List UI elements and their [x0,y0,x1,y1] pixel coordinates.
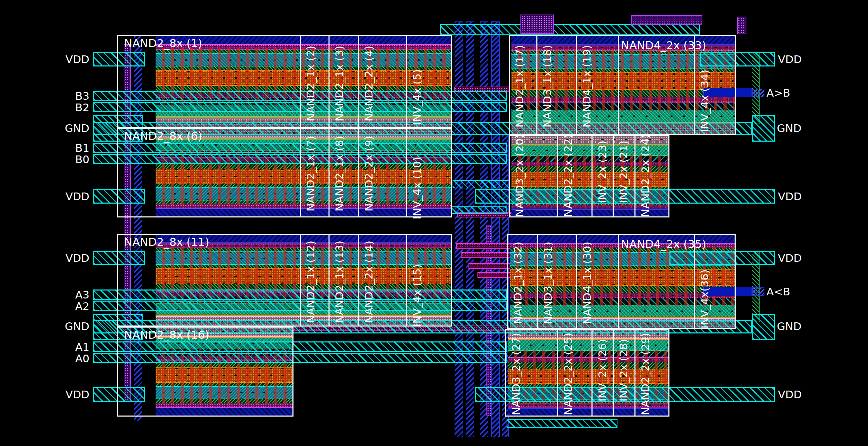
layer-band-orange [156,268,452,284]
column-separator [406,35,407,128]
pin-label-agtb: A>B [766,86,790,99]
pin-label-a2: A2 [10,300,89,313]
cell-label-rotated: NAND3_2x (20) [513,134,526,217]
cell-label-br-1: NAND4_2x (35) [621,238,706,251]
cell-label-bl-2: NAND2_8x (16) [124,328,209,341]
column-separator [358,128,359,217]
pin-label-vdd: VDD [10,251,89,265]
pin-label-altb: A<B [766,285,790,298]
altb-stub-rail[interactable] [752,287,764,296]
ch-cyan-1-wire[interactable] [453,180,510,188]
pin-label-vdd: VDD [778,53,802,66]
cell-label-rotated: NAND2_1x (13) [333,241,345,323]
pin-label-vdd: VDD [778,388,802,401]
column-separator [300,128,301,217]
vdd-mid2-left-rail[interactable] [93,251,145,265]
column-separator [358,35,359,128]
cell-label-rotated: NAND4_1x (30) [581,242,593,324]
gnd2-pad-right-rail[interactable] [752,314,775,340]
layer-band-orange [156,169,452,184]
cell-label-rotated: NAND3_1x (31) [542,242,554,324]
gnd-pad-right-rail[interactable] [752,115,775,142]
cell-label-rotated: NAND2_1x (8) [333,136,345,212]
column-separator [406,234,407,327]
cell-label-rotated: NAND2_2x (9) [362,136,375,212]
layer-band-blue [156,408,293,417]
layer-band-teal [156,386,293,399]
pin-label-vdd: VDD [10,190,89,203]
agtb-stub-rail[interactable] [752,89,764,97]
pin-label-vdd: VDD [10,388,89,401]
layer-band-green [156,399,293,403]
channel-vbar-1-wire[interactable] [455,21,463,437]
cell-label-rotated: NAND2_1x (32) [511,242,524,324]
top-right-purple-stub-wire[interactable] [737,17,746,34]
pin-label-gnd: GND [10,122,89,135]
cell-label-rotated: INV_4x (34) [698,70,711,132]
column-separator [358,234,359,327]
column-separator [300,234,301,327]
layer-band-green [156,50,452,53]
column-separator [613,329,614,417]
cell-label-rotated: INV_4x (10) [411,157,423,220]
vdd-top-right-rail[interactable] [700,52,775,66]
pin-label-b0: B0 [10,153,89,166]
cell-label-rotated: NAND2_2x (4) [362,46,375,122]
cell-label-rotated: NAND3_1x (18) [541,45,553,127]
pin-label-a0: A0 [10,352,89,365]
pin-label-b2: B2 [10,101,89,114]
column-separator [576,234,577,329]
channel-vbar-2-wire[interactable] [466,21,474,437]
vdd-mid1-left-rail[interactable] [93,189,145,204]
column-separator [328,35,330,128]
top-cyan-hbar-wire[interactable] [440,24,700,35]
column-separator [613,135,614,217]
layer-band-teal [156,251,452,265]
top-col18-purple-wire[interactable] [520,15,554,34]
vdd-bot-left-rail[interactable] [93,387,145,402]
column-separator [300,35,301,128]
column-separator [634,329,635,417]
column-separator [557,329,558,417]
column-separator [618,35,619,135]
column-separator [618,234,619,329]
layer-band-green [156,265,452,268]
layer-band-pink [156,403,293,408]
cell-label-rotated: INV_2x (23) [596,141,608,203]
layer-band-pink [156,204,452,208]
vdd-mid2-right-rail[interactable] [669,251,775,265]
column-separator [328,128,330,217]
cell-label-rotated: INV_2x (28) [617,339,630,402]
cell-label-rotated: NAND4_1x (19) [580,45,593,127]
cell-label-rotated: NAND2_1x (12) [304,241,317,323]
layout-viewport[interactable]: NAND2_8x (1)NAND2_1x (2)NAND2_1x (3)NAND… [0,0,868,446]
cell-label-rotated: NAND2_2x (14) [362,241,375,323]
cell-label-rotated: NAND2_2x (29) [639,333,651,415]
layer-band-orange [156,70,452,86]
layer-band-orange [156,367,293,383]
column-separator [557,135,558,217]
agtb-bar-rail[interactable] [703,88,752,97]
altb-bar-rail[interactable] [703,287,752,296]
pin-label-vdd: VDD [778,251,802,265]
cell-label-rotated: NAND2_1x (17) [513,45,526,127]
channel-vbar-4-wire[interactable] [491,21,500,437]
layer-band-teal [156,187,452,200]
layer-band-blue [156,208,452,217]
cell-label-bl-1: NAND2_8x (11) [124,235,209,249]
cell-label-rotated: NAND3_2x (27) [510,333,522,415]
a1-rail[interactable] [93,341,507,352]
cell-label-rotated: INV_4x (15) [411,264,423,327]
cell-label-rotated: INV_2x (26) [596,339,608,402]
top-purple-hbar-wire[interactable] [631,15,702,25]
cell-label-rotated: INV_4x (5) [411,69,423,125]
layer-band-green [156,383,293,386]
cell-label-rotated: NAND2_1x (3) [333,46,345,122]
cell-label-rotated: INV_4x(36) [698,269,711,329]
cell-label-rotated: NAND2_1x (7) [304,136,317,212]
bottom-cyan-hbar-wire[interactable] [507,419,617,428]
a0-rail[interactable] [93,353,507,363]
pin-label-vdd: VDD [778,190,802,203]
vdd-top-left-rail[interactable] [93,52,145,66]
cell-label-rotated: NAND2_1x (2) [304,46,317,122]
